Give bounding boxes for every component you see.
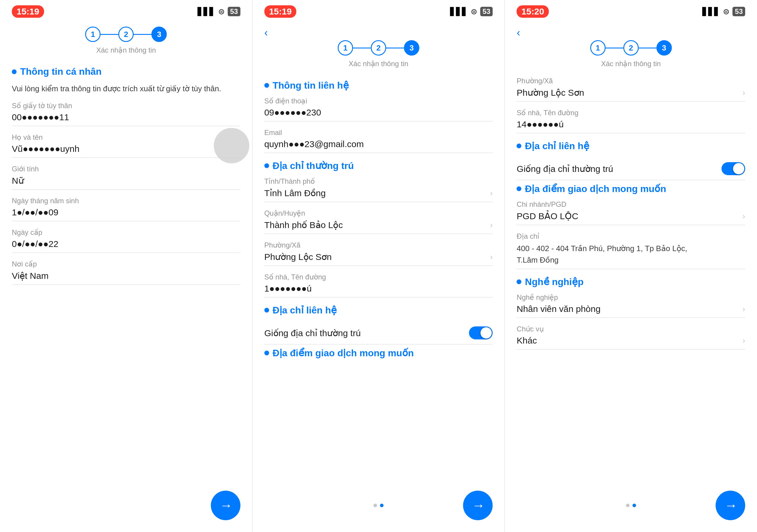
content-2[interactable]: Thông tin liên hệ Số điện thoại 09●●●●●●…	[253, 71, 505, 485]
chevron-district: ›	[490, 220, 493, 230]
field-label-branch: Chi nhánh/PGD	[517, 200, 745, 209]
steps-row-3: 1 2 3	[590, 40, 672, 56]
field-label-district: Quận/Huyện	[264, 209, 493, 217]
steps-row-1: 1 2 3	[85, 27, 167, 42]
next-button-1[interactable]: →	[211, 490, 240, 520]
field-dropdown-ward[interactable]: Phường Lộc Sơn ›	[264, 252, 493, 266]
arrow-icon-3: →	[724, 498, 738, 513]
section-dot-occupation	[517, 279, 521, 284]
field-street-3: Số nhà, Tên đường 14●●●●●●ú	[517, 109, 745, 133]
ward-value-3: Phường Lộc Sơn	[517, 87, 584, 98]
toggle-same-addr-3[interactable]	[721, 162, 745, 175]
section-header-transaction-3: Địa điểm giao dịch mong muốn	[517, 183, 745, 194]
field-branch-address: Địa chỉ 400 - 402 - 404 Trần Phú, Phường…	[517, 232, 745, 269]
chevron-job: ›	[742, 304, 745, 314]
section-dot-transaction	[264, 350, 269, 355]
avatar-1	[214, 128, 249, 163]
toggle-label-2: Giống địa chỉ thường trú	[264, 328, 361, 338]
screen-3: 15:20 ▋▋▋ ⊜ 53 ‹ 1 2 3 Xác nhận thông ti…	[505, 0, 757, 532]
field-dropdown-ward-3[interactable]: Phường Lộc Sơn ›	[517, 87, 745, 101]
section-header-address: Địa chỉ thường trú	[264, 160, 493, 171]
section-title-transaction: Địa điểm giao dịch mong muốn	[273, 348, 414, 359]
field-value-place: Việt Nam	[12, 270, 240, 285]
field-value-email[interactable]: quynh●●●23@gmail.com	[264, 139, 493, 153]
chevron-ward: ›	[490, 252, 493, 262]
section-header-occupation: Nghề nghiệp	[517, 276, 745, 288]
step-3: 3	[151, 27, 167, 42]
next-button-3[interactable]: →	[715, 490, 745, 520]
field-value-phone[interactable]: 09●●●●●●230	[264, 107, 493, 122]
section-header-transaction: Địa điểm giao dịch mong muốn	[264, 348, 493, 359]
toggle-knob-2	[480, 327, 492, 339]
content-1[interactable]: Thông tin cá nhân Vui lòng kiểm tra thôn…	[0, 57, 252, 485]
field-ward: Phường/Xã Phường Lộc Sơn ›	[264, 241, 493, 266]
field-ward-3: Phường/Xã Phường Lộc Sơn ›	[517, 77, 745, 101]
status-bar-3: 15:20 ▋▋▋ ⊜ 53	[505, 0, 757, 21]
step-2: 2	[118, 27, 134, 42]
section-dot-transaction-3	[517, 186, 521, 191]
field-issue-date: Ngày cấp 0●/●●/●●22	[12, 228, 240, 253]
field-value-street-3[interactable]: 14●●●●●●ú	[517, 119, 745, 133]
step-line-1a	[101, 34, 118, 35]
toggle-knob-3	[733, 163, 744, 174]
bottom-area-1: →	[0, 485, 252, 532]
toggle-row-2: Giống địa chỉ thường trú	[264, 322, 493, 345]
status-time-2: 15:19	[264, 5, 297, 18]
field-dropdown-branch[interactable]: PGD BẢO LỘC ›	[517, 211, 745, 225]
wifi-icon-3: ⊜	[723, 7, 730, 16]
status-icons-2: ▋▋▋ ⊜ 53	[450, 7, 493, 16]
field-job: Nghề nghiệp Nhân viên văn phòng ›	[517, 293, 745, 318]
field-label-gender: Giới tính	[12, 165, 240, 173]
field-dropdown-province[interactable]: Tỉnh Lâm Đồng ›	[264, 188, 493, 202]
field-dropdown-position[interactable]: Khác ›	[517, 336, 745, 350]
section-desc-1: Vui lòng kiểm tra thông tin được trích x…	[12, 83, 240, 95]
field-label-province: Tỉnh/Thành phố	[264, 177, 493, 185]
section-header-contact: Thông tin liên hệ	[264, 80, 493, 91]
section-dot-contact	[264, 83, 269, 88]
chevron-position: ›	[742, 336, 745, 345]
battery-3: 53	[733, 7, 745, 16]
section-dot-1	[12, 70, 16, 74]
section-title-contact-addr: Địa chỉ liên hệ	[273, 305, 337, 316]
status-time-3: 15:20	[517, 5, 549, 18]
chevron-branch: ›	[742, 211, 745, 221]
section-title-occupation: Nghề nghiệp	[525, 276, 584, 288]
field-dropdown-job[interactable]: Nhân viên văn phòng ›	[517, 304, 745, 318]
wifi-icon-2: ⊜	[471, 7, 477, 16]
field-branch: Chi nhánh/PGD PGD BẢO LỘC ›	[517, 200, 745, 225]
confirm-label-1: Xác nhận thông tin	[96, 46, 156, 54]
step-1: 1	[85, 27, 101, 42]
position-value: Khác	[517, 336, 537, 346]
back-button-3[interactable]: ‹	[517, 27, 520, 39]
section-title-contact: Thông tin liên hệ	[273, 80, 349, 91]
back-button-2[interactable]: ‹	[264, 27, 268, 39]
dot-indicator-2	[374, 504, 383, 507]
section-title-1: Thông tin cá nhân	[20, 66, 102, 77]
dot-indicator-3	[626, 504, 636, 507]
field-label-ward-3: Phường/Xã	[517, 77, 745, 85]
field-value-street[interactable]: 1●●●●●●●ú	[264, 284, 493, 297]
toggle-same-addr-2[interactable]	[469, 326, 493, 339]
section-title-address: Địa chỉ thường trú	[273, 160, 354, 171]
step-3-2: 2	[623, 40, 639, 56]
district-value: Thành phố Bảo Lộc	[264, 220, 343, 230]
wifi-icon-1: ⊜	[218, 7, 225, 16]
field-value-id: 00●●●●●●●11	[12, 112, 240, 126]
status-icons-1: ▋▋▋ ⊜ 53	[197, 7, 240, 16]
confirm-label-2: Xác nhận thông tin	[348, 60, 409, 68]
next-button-2[interactable]: →	[463, 490, 493, 520]
field-label-id: Số giấy tờ tùy thân	[12, 101, 240, 110]
section-header-contact-addr-3: Địa chỉ liên hệ	[517, 140, 745, 152]
field-dropdown-district[interactable]: Thành phố Bảo Lộc ›	[264, 220, 493, 234]
toggle-row-3: Giống địa chỉ thường trú	[517, 157, 745, 180]
field-label-job: Nghề nghiệp	[517, 293, 745, 302]
arrow-icon-1: →	[220, 498, 233, 513]
content-3[interactable]: Phường/Xã Phường Lộc Sơn › Số nhà, Tên đ…	[505, 71, 757, 485]
field-full-name: Họ và tên Vũ●●●●●●●uynh	[12, 133, 240, 158]
field-district: Quận/Huyện Thành phố Bảo Lộc ›	[264, 209, 493, 234]
toggle-label-3: Giống địa chỉ thường trú	[517, 164, 613, 174]
section-dot-contact-addr-3	[517, 144, 521, 148]
field-street: Số nhà, Tên đường 1●●●●●●●ú	[264, 273, 493, 297]
status-bar-1: 15:19 ▋▋▋ ⊜ 53	[0, 0, 252, 21]
field-email: Email quynh●●●23@gmail.com	[264, 128, 493, 153]
